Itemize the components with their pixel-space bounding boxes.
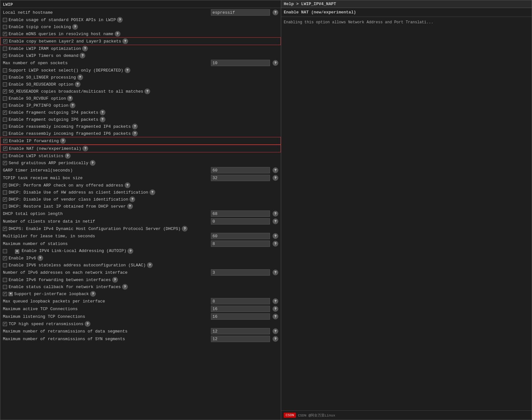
- cb-slaac[interactable]: [3, 263, 7, 267]
- cb-autoip[interactable]: [3, 249, 7, 253]
- cb-dhcp-arp[interactable]: [3, 183, 7, 187]
- cb-copy-l2l3[interactable]: [3, 39, 7, 43]
- cb-status-cb[interactable]: [3, 285, 7, 289]
- help-icon-status-cb[interactable]: ?: [122, 284, 128, 290]
- cb-iram[interactable]: [3, 47, 7, 51]
- help-icon-timers[interactable]: ?: [80, 53, 85, 58]
- input-garp-interval[interactable]: [211, 167, 270, 173]
- cb-dhcp-restore[interactable]: [3, 204, 7, 209]
- cb-so-linger[interactable]: [3, 75, 7, 80]
- cb-frag-out-ip4[interactable]: [3, 111, 7, 115]
- help-icon-garp[interactable]: ?: [90, 160, 96, 166]
- help-icon-max-retransmit-data[interactable]: ?: [273, 328, 278, 334]
- cb-ip-pktinfo[interactable]: [3, 103, 7, 108]
- cb-so-rcvbuf[interactable]: [3, 96, 7, 101]
- help-icon-dhcp-restore[interactable]: ?: [127, 203, 133, 209]
- input-tcpip-mailbox[interactable]: [211, 175, 270, 181]
- help-icon-dhcp-hw[interactable]: ?: [150, 189, 155, 195]
- help-icon-hostname[interactable]: ?: [273, 10, 278, 15]
- cb-dhcps[interactable]: [3, 227, 7, 231]
- help-icon-garp-interval[interactable]: ?: [273, 167, 278, 173]
- help-icon-dhcp-vendor[interactable]: ?: [129, 196, 135, 202]
- cb-tcp-highspeed[interactable]: [3, 322, 7, 326]
- cb-dhcp-vendor[interactable]: [3, 197, 7, 202]
- help-icon-dhcp-opt-len[interactable]: ?: [273, 211, 278, 217]
- cb-ip-forwarding[interactable]: [3, 139, 7, 143]
- cb-tcpip-locking[interactable]: [3, 25, 7, 29]
- help-icon-ip-pktinfo[interactable]: ?: [70, 103, 75, 108]
- cb-posix[interactable]: [3, 18, 7, 22]
- cb-nat[interactable]: [3, 147, 7, 151]
- cb-reassembly-ip6[interactable]: [3, 132, 7, 136]
- help-icon-so-reuseaddr-bcast[interactable]: ?: [144, 88, 150, 94]
- help-icon-frag-out-ip6[interactable]: ?: [100, 117, 105, 122]
- help-icon-tcpip-mailbox[interactable]: ?: [273, 175, 278, 181]
- input-max-stations[interactable]: [211, 241, 270, 247]
- help-icon-reassembly-ip4[interactable]: ?: [132, 124, 138, 129]
- help-icon-ipv6[interactable]: ?: [37, 255, 43, 261]
- input-max-tcp-listen[interactable]: [211, 313, 270, 320]
- help-icon-num-ipv6[interactable]: ?: [273, 270, 278, 275]
- input-num-clients[interactable]: [211, 218, 270, 225]
- help-icon-mdns[interactable]: ?: [115, 31, 120, 37]
- help-icon-copy-l2l3[interactable]: ?: [122, 38, 128, 44]
- cb-wrap-ipv6-fwd: Enable IPv6 forwarding between interface…: [3, 278, 111, 282]
- help-icon-frag-out-ip4[interactable]: ?: [100, 110, 105, 115]
- help-icon-max-stations[interactable]: ?: [273, 241, 278, 247]
- cb-so-reuseaddr-bcast[interactable]: [3, 89, 7, 94]
- row-socket-select: Support LWIP socket select() only (DEPRE…: [0, 67, 281, 74]
- cb-lwip-stats[interactable]: [3, 154, 7, 158]
- help-icon-posix[interactable]: ?: [117, 17, 123, 23]
- label-dhcp-opt-len: DHCP total option length: [3, 211, 211, 216]
- help-icon-autoip[interactable]: ?: [127, 248, 133, 254]
- help-icon-dhcp-arp[interactable]: ?: [125, 182, 130, 188]
- input-max-retransmit-syn[interactable]: [211, 336, 270, 342]
- input-lease-mult[interactable]: [211, 233, 270, 239]
- cb-garp[interactable]: [3, 161, 7, 165]
- cb-ipv6-fwd[interactable]: [3, 278, 7, 282]
- input-area-max-loopback: ?: [211, 298, 278, 304]
- input-hostname[interactable]: [211, 9, 270, 16]
- input-num-ipv6[interactable]: [211, 269, 270, 276]
- cb-loopback[interactable]: [3, 292, 7, 296]
- help-icon-tcpip-locking[interactable]: ?: [72, 24, 78, 30]
- help-icon-so-rcvbuf[interactable]: ?: [67, 95, 73, 101]
- help-icon-max-retransmit-syn[interactable]: ?: [273, 336, 278, 342]
- cb-so-reuseaddr[interactable]: [3, 82, 7, 87]
- help-icon-max-tcp-active[interactable]: ?: [273, 306, 278, 312]
- help-icon-ipv6-fwd[interactable]: ?: [112, 277, 118, 283]
- help-icon-iram[interactable]: ?: [82, 46, 88, 51]
- input-max-sockets[interactable]: [211, 60, 270, 66]
- cb-reassembly-ip4[interactable]: [3, 125, 7, 129]
- cb-ipv6[interactable]: [3, 256, 7, 260]
- cb-wrap-slaac: Enable IPV6 stateless address autoconfig…: [3, 263, 146, 268]
- help-icon-num-clients[interactable]: ?: [273, 218, 278, 224]
- help-icon-reassembly-ip6[interactable]: ?: [132, 131, 138, 136]
- config-panel[interactable]: LWIP Local netif hostname ? Enable usage…: [0, 0, 281, 420]
- help-icon-max-tcp-listen[interactable]: ?: [273, 314, 278, 319]
- cb-socket-select[interactable]: [3, 68, 7, 73]
- input-dhcp-opt-len[interactable]: [211, 210, 270, 217]
- help-icon-tcp-highspeed[interactable]: ?: [85, 321, 90, 327]
- help-icon-dhcps[interactable]: ?: [182, 226, 188, 232]
- help-icon-nat[interactable]: ?: [82, 146, 88, 151]
- input-max-tcp-active[interactable]: [211, 306, 270, 312]
- cb-dhcp-hw[interactable]: [3, 190, 7, 195]
- help-icon-max-sockets[interactable]: ?: [273, 60, 278, 66]
- input-max-retransmit-data[interactable]: [211, 328, 270, 334]
- help-icon-ip-forwarding[interactable]: ?: [60, 138, 66, 144]
- help-icon-lwip-stats[interactable]: ?: [65, 153, 71, 159]
- cb-frag-out-ip6[interactable]: [3, 118, 7, 122]
- cb-mdns[interactable]: [3, 32, 7, 36]
- label-ip-pktinfo: Enable IP_PKTINFO option: [9, 103, 68, 108]
- help-icon-slaac[interactable]: ?: [147, 262, 153, 268]
- row-ip-forwarding: Enable IP forwarding ?: [0, 137, 281, 145]
- help-icon-max-loopback[interactable]: ?: [273, 298, 278, 304]
- help-icon-so-reuseaddr[interactable]: ?: [75, 81, 81, 87]
- input-max-loopback[interactable]: [211, 298, 270, 304]
- help-icon-lease-mult[interactable]: ?: [273, 233, 278, 239]
- help-icon-loopback[interactable]: ?: [90, 291, 96, 297]
- help-icon-so-linger[interactable]: ?: [77, 74, 83, 80]
- help-icon-socket-select[interactable]: ?: [125, 67, 130, 73]
- cb-timers[interactable]: [3, 54, 7, 58]
